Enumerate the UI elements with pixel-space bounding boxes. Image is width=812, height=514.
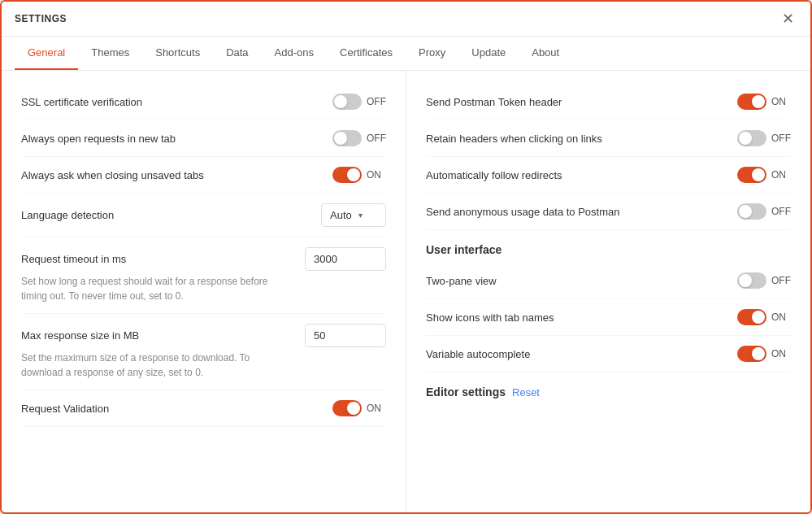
icons-tab-names-toggle-label: ON: [771, 311, 791, 323]
two-pane-toggle[interactable]: OFF: [737, 272, 791, 289]
follow-redirects-row: Automatically follow redirects ON: [426, 157, 791, 194]
tab-certificates[interactable]: Certificates: [327, 37, 406, 70]
ssl-toggle-thumb: [334, 95, 347, 108]
request-validation-toggle-thumb: [347, 402, 360, 415]
ui-section-header: User interface: [426, 230, 791, 263]
postman-token-label: Send Postman Token header: [426, 96, 562, 108]
close-button[interactable]: ✕: [779, 10, 797, 28]
window-title: SETTINGS: [15, 13, 67, 24]
open-new-tab-row: Always open requests in new tab OFF: [21, 120, 386, 157]
two-pane-toggle-label: OFF: [771, 275, 791, 286]
editor-section-title: Editor settings: [426, 386, 506, 399]
left-column: SSL certificate verification OFF Always …: [2, 71, 406, 512]
two-pane-label: Two-pane view: [426, 275, 497, 287]
variable-autocomplete-label: Variable autocomplete: [426, 348, 530, 360]
settings-window: SETTINGS ✕ General Themes Shortcuts Data…: [0, 0, 812, 514]
language-detection-label: Language detection: [21, 209, 114, 221]
anonymous-usage-label: Send anonymous usage data to Postman: [426, 206, 620, 218]
ssl-verification-toggle[interactable]: OFF: [332, 94, 386, 110]
tabs-bar: General Themes Shortcuts Data Add-ons Ce…: [2, 37, 810, 71]
tab-shortcuts[interactable]: Shortcuts: [142, 37, 213, 70]
open-new-tab-toggle[interactable]: OFF: [332, 130, 386, 146]
ssl-verification-row: SSL certificate verification OFF: [21, 84, 386, 120]
tab-update[interactable]: Update: [458, 37, 519, 70]
icons-tab-names-toggle-thumb: [752, 311, 765, 324]
closing-tabs-toggle-track[interactable]: [332, 167, 362, 183]
retain-headers-toggle[interactable]: OFF: [737, 130, 791, 146]
icons-tab-names-toggle[interactable]: ON: [737, 309, 791, 325]
variable-autocomplete-toggle-track[interactable]: [737, 346, 766, 362]
retain-headers-toggle-track[interactable]: [737, 130, 766, 146]
follow-redirects-toggle-track[interactable]: [737, 167, 766, 183]
anonymous-usage-toggle-track[interactable]: [737, 203, 766, 220]
max-response-size-label: Max response size in MB: [21, 329, 139, 342]
icons-tab-names-label: Show icons with tab names: [426, 311, 554, 324]
postman-token-toggle-track[interactable]: [737, 94, 766, 110]
tab-data[interactable]: Data: [213, 37, 261, 70]
request-timeout-row: Request timeout in ms Set how long a req…: [21, 237, 386, 314]
language-detection-row: Language detection Auto ▾: [21, 194, 386, 237]
closing-tabs-toggle[interactable]: ON: [332, 167, 386, 183]
retain-headers-toggle-thumb: [739, 132, 752, 145]
anonymous-usage-row: Send anonymous usage data to Postman OFF: [426, 194, 791, 230]
editor-section-header: Editor settings Reset: [426, 372, 791, 405]
request-timeout-label: Request timeout in ms: [21, 253, 126, 265]
open-tab-toggle-track[interactable]: [332, 130, 362, 146]
variable-autocomplete-toggle[interactable]: ON: [737, 346, 791, 362]
ssl-toggle-track[interactable]: [332, 94, 362, 110]
closing-tabs-label: Always ask when closing unsaved tabs: [21, 169, 204, 181]
anonymous-usage-toggle-thumb: [739, 205, 752, 218]
tab-general[interactable]: General: [15, 37, 78, 70]
tab-about[interactable]: About: [519, 37, 572, 70]
request-validation-label: Request Validation: [21, 403, 109, 415]
closing-tabs-row: Always ask when closing unsaved tabs ON: [21, 157, 386, 194]
request-validation-toggle[interactable]: ON: [332, 400, 386, 416]
two-pane-toggle-thumb: [739, 274, 752, 287]
postman-token-toggle-thumb: [752, 95, 765, 108]
ssl-verification-label: SSL certificate verification: [21, 96, 142, 108]
content-area: SSL certificate verification OFF Always …: [2, 71, 810, 512]
tab-addons[interactable]: Add-ons: [262, 37, 327, 70]
request-validation-toggle-label: ON: [367, 403, 386, 414]
open-tab-toggle-thumb: [334, 132, 347, 145]
icons-tab-names-toggle-track[interactable]: [737, 309, 766, 325]
tab-themes[interactable]: Themes: [78, 37, 142, 70]
open-new-tab-label: Always open requests in new tab: [21, 133, 176, 145]
follow-redirects-toggle-thumb: [752, 168, 765, 181]
follow-redirects-toggle[interactable]: ON: [737, 167, 791, 183]
anonymous-usage-toggle[interactable]: OFF: [737, 203, 791, 220]
variable-autocomplete-toggle-label: ON: [771, 348, 791, 359]
language-detection-dropdown[interactable]: Auto ▾: [321, 203, 386, 227]
chevron-down-icon: ▾: [358, 211, 363, 220]
tab-proxy[interactable]: Proxy: [406, 37, 458, 70]
closing-tabs-toggle-thumb: [347, 168, 360, 181]
postman-token-row: Send Postman Token header ON: [426, 84, 791, 120]
follow-redirects-toggle-label: ON: [771, 169, 791, 181]
max-response-size-row: Max response size in MB Set the maximum …: [21, 314, 386, 390]
follow-redirects-label: Automatically follow redirects: [426, 169, 562, 181]
right-column: Send Postman Token header ON Retain head…: [406, 71, 810, 512]
icons-tab-names-row: Show icons with tab names ON: [426, 299, 791, 336]
language-detection-value: Auto: [330, 209, 352, 221]
variable-autocomplete-row: Variable autocomplete ON: [426, 336, 791, 372]
retain-headers-row: Retain headers when clicking on links OF…: [426, 120, 791, 157]
open-tab-toggle-label: OFF: [367, 133, 386, 144]
max-response-size-desc: Set the maximum size of a response to do…: [21, 351, 281, 380]
request-timeout-desc: Set how long a request should wait for a…: [21, 274, 281, 303]
editor-reset-button[interactable]: Reset: [512, 386, 540, 399]
retain-headers-label: Retain headers when clicking on links: [426, 133, 602, 145]
anonymous-usage-toggle-label: OFF: [771, 206, 791, 217]
max-response-size-input[interactable]: [305, 324, 386, 347]
request-timeout-input[interactable]: [305, 247, 386, 271]
ui-section-title: User interface: [426, 243, 502, 256]
postman-token-toggle[interactable]: ON: [737, 94, 791, 110]
title-bar: SETTINGS ✕: [2, 2, 810, 37]
variable-autocomplete-toggle-thumb: [752, 347, 765, 360]
two-pane-row: Two-pane view OFF: [426, 263, 791, 299]
closing-tabs-toggle-label: ON: [367, 169, 386, 181]
request-validation-toggle-track[interactable]: [332, 400, 362, 416]
postman-token-toggle-label: ON: [771, 96, 791, 107]
ssl-toggle-label: OFF: [367, 96, 386, 107]
two-pane-toggle-track[interactable]: [737, 272, 766, 289]
request-validation-row: Request Validation ON: [21, 390, 386, 427]
